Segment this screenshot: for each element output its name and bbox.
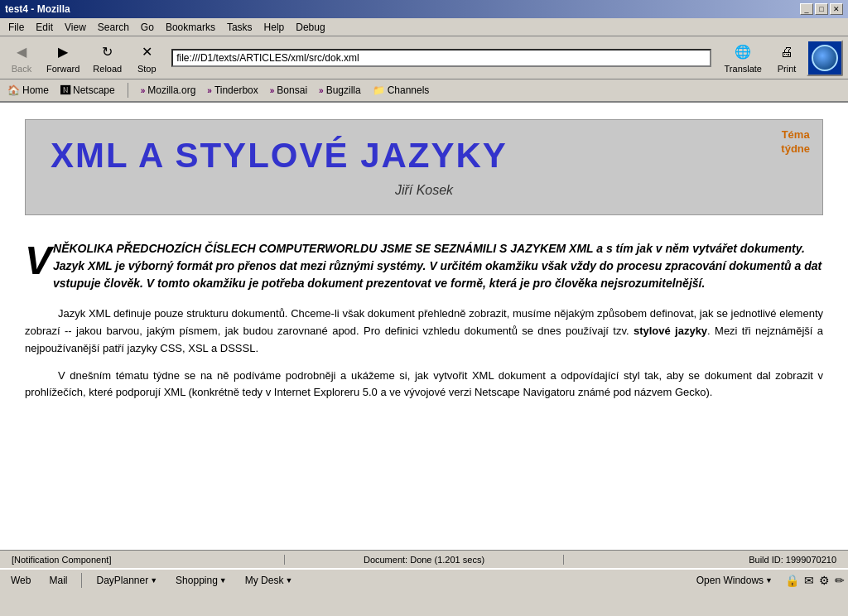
document-status-text: Document: Done (1.201 secs) [364, 555, 484, 565]
reload-button[interactable]: ↻ Reload [88, 41, 127, 75]
menu-file[interactable]: File [3, 20, 29, 35]
close-button[interactable]: ✕ [830, 3, 843, 15]
url-input[interactable] [171, 49, 711, 67]
article-paragraph-2: V dnešním tématu týdne se na ně podíváme… [25, 368, 823, 402]
window-controls[interactable]: _ □ ✕ [800, 3, 843, 15]
menu-view[interactable]: View [60, 20, 91, 35]
stop-button[interactable]: ✕ Stop [130, 41, 163, 75]
taskbar-web[interactable]: Web [3, 572, 38, 589]
channels-label: Channels [388, 84, 430, 96]
mydesk-label: My Desk [245, 575, 284, 586]
taskbar-icon-1[interactable]: 🔒 [785, 574, 799, 587]
stop-label: Stop [137, 64, 157, 74]
titlebar: test4 - Mozilla _ □ ✕ [0, 0, 848, 18]
shopping-label: Shopping [176, 575, 218, 586]
taskbar-dayplanner[interactable]: DayPlanner ▼ [89, 572, 165, 589]
browser-logo[interactable] [807, 40, 843, 76]
bold-style-term: stylové jazyky [634, 325, 707, 337]
taskbar-mail-icon[interactable]: ✉ [804, 574, 814, 587]
bookmark-channels[interactable]: 📁 Channels [370, 84, 432, 97]
menu-help[interactable]: Help [259, 20, 290, 35]
shopping-arrow-icon: ▼ [219, 576, 227, 585]
taskbar-settings-icon[interactable]: ⚙ [819, 574, 830, 587]
taskbar-right: Open Windows ▼ 🔒 ✉ ⚙ ✏ [689, 572, 845, 589]
build-id-text: Build ID: 1999070210 [749, 555, 836, 565]
article-lead: VNĚKOLIKA PŘEDCHOZÍCH ČÍSLECH COMPUTERWO… [25, 240, 823, 292]
netscape-icon: 🅽 [60, 84, 70, 96]
print-button[interactable]: 🖨 Print [770, 41, 803, 75]
channels-icon: 📁 [373, 84, 385, 96]
mydesk-arrow-icon: ▼ [285, 576, 292, 585]
dayplanner-arrow-icon: ▼ [150, 576, 157, 585]
taskbar: Web Mail DayPlanner ▼ Shopping ▼ My Desk… [0, 568, 848, 591]
forward-icon: ▶ [53, 42, 73, 62]
article-author: Jiří Kosek [51, 183, 797, 198]
minimize-button[interactable]: _ [800, 3, 813, 15]
notification-section: [Notification Component] [5, 555, 285, 565]
translate-button[interactable]: 🌐 Translate [720, 41, 767, 75]
back-icon: ◀ [12, 42, 31, 62]
mozilla-label: Mozilla.org [147, 84, 195, 96]
notification-text: [Notification Component] [12, 555, 111, 565]
home-icon: 🏠 [7, 84, 20, 96]
tinderbox-label: Tinderbox [214, 84, 258, 96]
arrow-bonsai-icon: » [270, 86, 275, 95]
taskbar-openwindows[interactable]: Open Windows ▼ [689, 572, 780, 589]
arrow-bugzilla-icon: » [319, 86, 324, 95]
document-status-section: Document: Done (1.201 secs) [285, 555, 565, 565]
reload-label: Reload [93, 64, 122, 74]
home-label: Home [22, 84, 49, 96]
bookmark-mozilla[interactable]: » Mozilla.org [138, 84, 199, 97]
forward-button[interactable]: ▶ Forward [41, 41, 84, 75]
menu-bookmarks[interactable]: Bookmarks [161, 20, 220, 35]
menu-debug[interactable]: Debug [291, 20, 330, 35]
article-title: XML A STYLOVÉ JAZYKY [51, 137, 797, 175]
taskbar-mydesk[interactable]: My Desk ▼ [238, 572, 301, 589]
url-bar-container [171, 49, 711, 67]
openwindows-label: Open Windows [696, 575, 764, 586]
stop-icon: ✕ [137, 42, 157, 62]
lead-text: NĚKOLIKA PŘEDCHOZÍCH ČÍSLECH COMPUTERWOR… [53, 242, 822, 290]
bookmarks-separator [128, 83, 128, 98]
logo-circle [812, 45, 838, 71]
forward-label: Forward [46, 64, 80, 74]
bookmark-netscape[interactable]: 🅽 Netscape [58, 84, 118, 97]
taskbar-shopping[interactable]: Shopping ▼ [168, 572, 234, 589]
print-label: Print [778, 64, 797, 74]
menu-tasks[interactable]: Tasks [222, 20, 258, 35]
openwindows-arrow-icon: ▼ [765, 576, 773, 585]
menu-edit[interactable]: Edit [31, 20, 58, 35]
reload-icon: ↻ [98, 42, 118, 62]
lead-dropcap: V [25, 245, 51, 277]
bookmark-tinderbox[interactable]: » Tinderbox [205, 84, 260, 97]
taskbar-mail[interactable]: Mail [41, 572, 75, 589]
back-button[interactable]: ◀ Back [5, 41, 38, 75]
dayplanner-label: DayPlanner [96, 575, 148, 586]
mail-label: Mail [49, 575, 67, 586]
build-id-section: Build ID: 1999070210 [564, 555, 843, 565]
web-label: Web [11, 575, 31, 586]
bugzilla-label: Bugzilla [326, 84, 361, 96]
translate-label: Translate [725, 64, 762, 74]
bookmark-home[interactable]: 🏠 Home [5, 84, 51, 97]
content-area: Téma týdne XML A STYLOVÉ JAZYKY Jiří Kos… [0, 103, 848, 550]
back-label: Back [12, 64, 31, 74]
menu-search[interactable]: Search [93, 20, 134, 35]
maximize-button[interactable]: □ [815, 3, 828, 15]
toolbar: ◀ Back ▶ Forward ↻ Reload ✕ Stop 🌐 Trans… [0, 36, 848, 79]
bookmark-bonsai[interactable]: » Bonsai [267, 84, 310, 97]
translate-icon: 🌐 [733, 42, 753, 62]
statusbar: [Notification Component] Document: Done … [0, 550, 848, 568]
netscape-label: Netscape [73, 84, 115, 96]
tema-badge: Téma týdne [781, 128, 810, 156]
taskbar-separator-1 [81, 573, 82, 588]
window-title: test4 - Mozilla [5, 3, 70, 15]
taskbar-pencil-icon[interactable]: ✏ [835, 574, 845, 587]
arrow-tinderbox-icon: » [207, 86, 212, 95]
article-body: VNĚKOLIKA PŘEDCHOZÍCH ČÍSLECH COMPUTERWO… [25, 240, 823, 402]
menu-go[interactable]: Go [136, 20, 159, 35]
bookmark-bugzilla[interactable]: » Bugzilla [316, 84, 364, 97]
menubar: File Edit View Search Go Bookmarks Tasks… [0, 18, 848, 36]
print-icon: 🖨 [777, 42, 797, 62]
article-paragraph-1: Jazyk XML definuje pouze strukturu dokum… [25, 306, 823, 357]
